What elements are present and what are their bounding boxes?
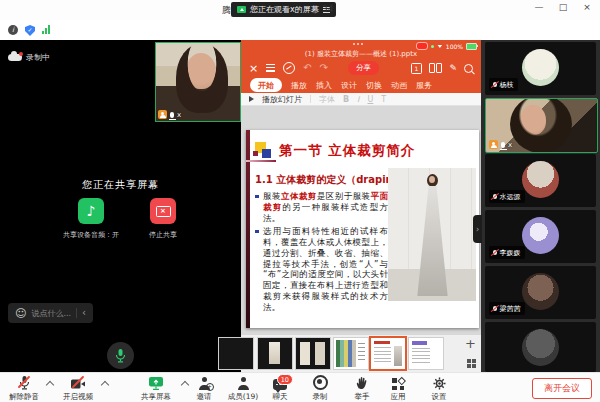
tab-insert[interactable]: 插入 [316,80,332,91]
text-style-button[interactable]: T [381,95,386,104]
network-signal-icon[interactable] [42,25,50,34]
play-slideshow-button[interactable]: 播放幻灯片 [262,94,302,105]
wifi-icon [437,44,443,48]
edit-mode-icon[interactable] [283,62,295,74]
mute-options-chevron[interactable] [46,381,54,389]
video-options-chevron[interactable] [101,381,109,389]
invite-person-icon: + [198,377,211,390]
watching-banner-text: 您正在观看x的屏幕 [250,4,319,15]
watching-banner[interactable]: 您正在观看x的屏幕 [231,2,336,17]
sidebar-collapse-handle[interactable]: › [473,215,482,243]
host-badge-icon [489,140,498,149]
participants-sidebar: 杨枝 x 水远源 李媛媛 梁茜茜 [481,40,600,372]
tab-animation[interactable]: 动画 [391,80,407,91]
tab-start[interactable]: 开始 [250,78,282,92]
participant-tile[interactable]: 李媛媛 [485,210,596,263]
invite-button[interactable]: + 邀请 [186,376,222,402]
person-icon [237,377,250,390]
wps-close-icon[interactable]: × [249,63,258,74]
slide-thumbnail[interactable] [334,338,368,369]
meeting-window: 腾 您正在观看x的屏幕 34 — □ × i ✓ 13:08 演讲者视图 [0,0,600,402]
wps-format-bar: 播放幻灯片 字体 B I U T [241,93,481,106]
sharing-status-text: 您正在共享屏幕 [0,178,241,192]
share-screen-button[interactable]: 共享屏幕 [132,376,180,402]
play-slideshow-icon [249,96,254,102]
participant-tile-active-video[interactable]: x [485,98,598,153]
italic-button[interactable]: I [357,95,359,104]
members-button[interactable]: 成员(19) [220,376,266,402]
reading-view-icon[interactable] [429,63,443,73]
start-video-button[interactable]: 开启视频 [56,376,100,402]
screen-x-icon: × [156,206,171,217]
minimize-button[interactable]: — [532,2,546,12]
more-handle-icon[interactable] [353,43,363,45]
wps-share-button[interactable]: 分享 [348,61,379,75]
tab-play[interactable]: 播放 [291,80,307,91]
tab-service[interactable]: 服务 [416,80,432,91]
wps-ribbon-tabs: 开始 播放 插入 设计 切换 动画 服务 [241,77,481,93]
self-video-preview[interactable]: x [155,42,241,122]
chat-placeholder: 说点什么... [31,308,71,319]
share-audio-button[interactable]: ♪ 共享设备音频：开 [63,198,119,240]
window-titlebar: 腾 您正在观看x的屏幕 34 — □ × [0,0,600,20]
music-note-icon: ♪ [87,203,96,219]
participant-tile[interactable]: 杨枝 [485,42,596,95]
raise-hand-button[interactable]: 举手 [342,376,382,402]
bold-button[interactable]: B [343,95,349,104]
undo-icon[interactable]: ↶ [303,63,311,73]
avatar [522,273,559,310]
settings-button[interactable]: 设置 [418,376,460,402]
single-page-icon[interactable]: 1 [411,63,422,74]
record-button[interactable]: 录制 [300,376,340,402]
share-screen-icon [148,376,164,390]
mic-icon [114,348,127,363]
floating-mic-button[interactable] [107,342,134,369]
collapse-chat-icon[interactable]: ‹ [82,308,86,318]
add-slide-button[interactable]: + [465,337,476,350]
self-name-label: x [177,111,181,119]
search-icon[interactable] [464,64,473,73]
redo-icon[interactable]: ↷ [320,63,328,73]
slide-logo [255,142,275,162]
participant-tile[interactable]: 梁茜茜 [485,266,596,319]
quick-chat-input[interactable]: ☺ 说点什么... ‹ [8,303,93,323]
chat-button[interactable]: 10 聊天 [262,376,298,402]
slide-thumbnail[interactable] [219,338,253,369]
raised-hand-icon [356,376,369,390]
participant-tile[interactable] [485,322,596,372]
status-dot-icon [431,45,434,48]
security-shield-icon[interactable]: ✓ [25,25,35,36]
slide-bullet-2: 选用与面料特性相近的试样布料，覆盖在人体或人体模型上，通过分割、折叠、收省、抽缩… [255,226,388,312]
avatar [522,217,559,254]
slide-thumbnail[interactable] [258,338,292,369]
divider [310,95,311,103]
tab-transition[interactable]: 切换 [366,80,382,91]
wps-menu-icon[interactable] [266,64,275,72]
participant-tile[interactable]: 水远源 [485,154,596,207]
current-slide[interactable]: 第一节 立体裁剪简介 1.1 立体裁剪的定义（draping） 服装立体裁剪是区… [246,130,479,328]
stop-share-button[interactable]: × 停止共享 [149,198,177,240]
underline-button[interactable]: U [367,95,373,104]
emoji-icon[interactable]: ☺ [15,308,26,319]
chat-bubble-icon: 10 [273,379,287,390]
ink-pen-icon[interactable]: ✎ [449,64,457,73]
screen-share-icon [237,6,246,13]
slide-thumbnail[interactable] [296,338,330,369]
leave-meeting-button[interactable]: 离开会议 [532,378,592,399]
model-gown [416,186,449,296]
apps-button[interactable]: 应用 [378,376,418,402]
shared-screen: 100% (1) 服装立体裁剪——概述 (1).pptx × ↶ ↷ 分享 1 … [241,40,481,372]
wps-header: 100% (1) 服装立体裁剪——概述 (1).pptx × ↶ ↷ 分享 1 … [241,40,481,93]
meeting-info-icon[interactable]: i [8,25,18,35]
maximize-button[interactable]: □ [556,2,570,12]
slide-filmstrip: + [241,335,481,372]
tab-design[interactable]: 设计 [341,80,357,91]
slide-thumbnail[interactable] [409,338,443,369]
grid-view-icon[interactable] [467,359,476,368]
unmute-button[interactable]: 解除静音 [2,376,46,402]
slide-canvas: 第一节 立体裁剪简介 1.1 立体裁剪的定义（draping） 服装立体裁剪是区… [241,106,481,335]
close-button[interactable]: × [580,2,594,12]
self-video-hair [176,43,228,113]
font-name-control[interactable]: 字体 [319,94,335,105]
slide-thumbnail-selected[interactable] [371,338,405,369]
